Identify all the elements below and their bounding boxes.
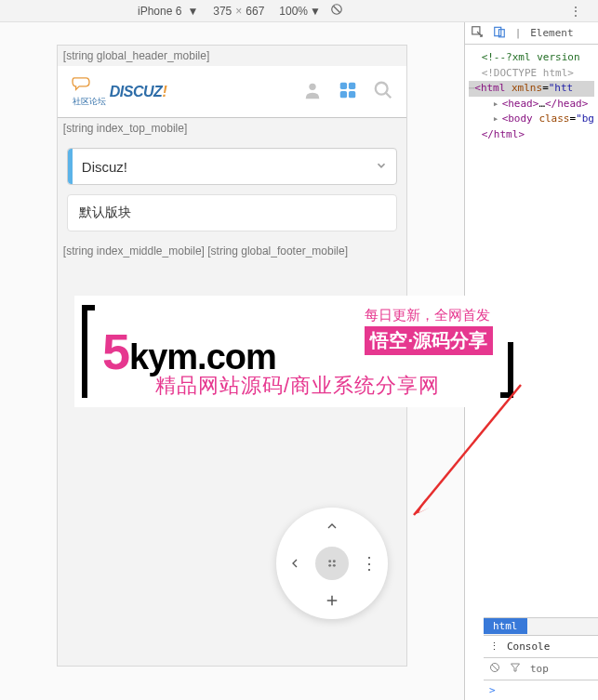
viewport-width[interactable]: 375	[213, 5, 232, 18]
speech-bubble-icon	[71, 76, 91, 93]
console-drawer-tab: ⋮ Console	[484, 636, 598, 658]
svg-point-2	[309, 84, 315, 90]
svg-point-11	[328, 564, 331, 567]
svg-point-12	[333, 564, 336, 567]
svg-rect-5	[340, 91, 347, 98]
dropdown-icon: ▼	[187, 5, 198, 18]
clear-icon[interactable]	[489, 662, 500, 676]
viewport-height[interactable]: 667	[246, 5, 264, 18]
svg-rect-6	[349, 91, 355, 98]
rotate-icon[interactable]	[330, 3, 343, 19]
category-select[interactable]: Discuz!	[67, 148, 397, 185]
board-item[interactable]: 默认版块	[67, 194, 397, 231]
user-icon[interactable]	[302, 80, 323, 103]
svg-point-10	[333, 560, 336, 562]
logo-subtitle: 社区论坛	[73, 96, 106, 108]
svg-marker-22	[512, 664, 520, 671]
console-body[interactable]: >	[484, 680, 598, 700]
more-options-icon[interactable]: ⋮	[570, 5, 581, 18]
nav-add-icon[interactable]	[315, 584, 349, 617]
chevron-down-icon	[366, 159, 396, 175]
device-toggle-icon[interactable]	[493, 25, 506, 41]
floating-nav: ⋮	[276, 508, 388, 619]
device-preview-pane: [string global_header_mobile] 社区论坛 DISCU…	[0, 22, 465, 700]
search-icon[interactable]	[373, 80, 393, 103]
nav-center-icon[interactable]	[315, 547, 349, 580]
svg-line-8	[386, 93, 392, 99]
grid-icon[interactable]	[338, 80, 358, 103]
inspect-icon[interactable]	[471, 25, 484, 41]
context-top[interactable]: top	[530, 663, 549, 675]
svg-rect-4	[349, 83, 355, 89]
svg-marker-16	[414, 498, 430, 515]
device-name: iPhone 6	[138, 5, 181, 18]
svg-rect-18	[494, 27, 500, 35]
svg-point-9	[328, 560, 331, 562]
breadcrumb-html[interactable]: html	[484, 618, 527, 634]
elements-tree[interactable]: <!--?xml version <!DOCTYPE html> ⋯<html …	[465, 45, 598, 148]
dropdown-icon: ▼	[310, 5, 321, 18]
logo[interactable]: 社区论坛 DISCUZ!	[71, 76, 166, 108]
nav-more-icon[interactable]: ⋮	[352, 547, 386, 580]
svg-line-1	[333, 7, 339, 13]
nav-left-icon[interactable]	[278, 547, 312, 580]
placeholder-middle-footer: [string index_middle_mobile] [string glo…	[58, 241, 406, 261]
tab-elements[interactable]: Element	[530, 27, 573, 39]
board-name: 默认版块	[79, 205, 131, 219]
more-icon[interactable]: ⋮	[489, 641, 499, 653]
watermark-overlay: 5kym.com 每日更新，全网首发 悟空·源码分享 精品网站源码/商业系统分享…	[74, 296, 521, 407]
placeholder-header: [string global_header_mobile]	[58, 46, 406, 66]
dimension-separator: ×	[235, 5, 242, 18]
logo-text: DISCUZ!	[110, 84, 166, 100]
device-selector[interactable]: iPhone 6 ▼	[138, 5, 198, 18]
placeholder-top: [string index_top_mobile]	[58, 118, 406, 139]
tab-console[interactable]: Console	[507, 641, 550, 653]
category-label: Discuz!	[73, 159, 366, 175]
console-prompt: >	[489, 684, 496, 696]
nav-up-icon[interactable]	[315, 509, 349, 543]
zoom-level[interactable]: 100%	[279, 5, 308, 18]
filter-icon[interactable]	[510, 662, 521, 676]
devtools-tabs: | Element	[465, 22, 598, 45]
svg-point-7	[376, 83, 388, 95]
svg-line-21	[492, 665, 498, 670]
device-toolbar: iPhone 6 ▼ 375 × 667 100% ▼ ⋮	[0, 0, 598, 22]
svg-rect-3	[340, 83, 347, 89]
mobile-header: 社区论坛 DISCUZ!	[58, 66, 406, 118]
